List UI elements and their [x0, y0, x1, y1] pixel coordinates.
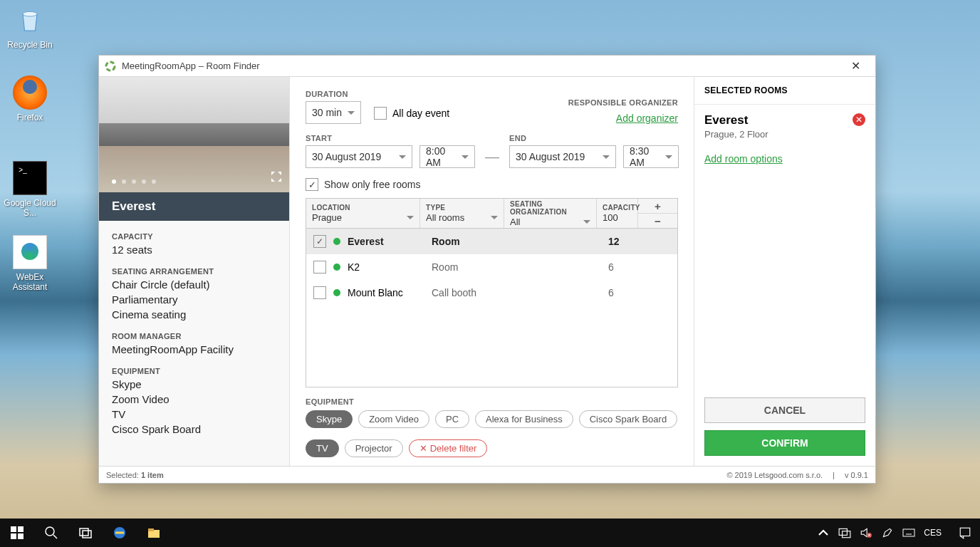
tray-language[interactable]: CES [924, 528, 942, 538]
tray-network-icon[interactable] [838, 526, 851, 539]
tray-chevron-up-icon[interactable] [817, 526, 830, 539]
type-filter[interactable]: All rooms [426, 212, 498, 223]
room-table-body: EverestRoom12K2Room6Mount BlancCall boot… [306, 229, 677, 387]
table-row[interactable]: K2Room6 [306, 254, 677, 280]
equipment-chip[interactable]: Projector [345, 439, 403, 457]
terminal-icon [13, 161, 47, 195]
close-button[interactable]: ✕ [841, 56, 870, 76]
equipment-values: SkypeZoom VideoTVCisco Spark Board [112, 377, 276, 437]
desktop-icon-webex[interactable]: WebEx Assistant [3, 235, 57, 292]
svg-line-7 [53, 535, 57, 538]
desktop-icon-firefox[interactable]: Firefox [3, 75, 57, 123]
list-item: Chair Circle (default) [112, 277, 276, 292]
tray-keyboard-icon[interactable] [902, 526, 915, 539]
time-dash: — [482, 149, 502, 168]
equipment-chip[interactable]: TV [306, 439, 339, 457]
end-time-select[interactable]: 8:30 AM [623, 145, 679, 168]
capacity-filter[interactable]: 100 [603, 212, 632, 223]
desktop-icon-label: Firefox [3, 113, 57, 123]
row-checkbox[interactable] [313, 286, 326, 299]
th-seating-label: SEATING ORGANIZATION [510, 200, 590, 216]
capacity-plus-button[interactable]: + [638, 199, 677, 214]
responsible-label: RESPONSIBLE ORGANIZER [568, 98, 678, 107]
search-button[interactable] [34, 519, 68, 547]
taskbar-ie[interactable] [103, 519, 137, 547]
selected-room-item: Everest Prague, 2 Floor ✕ [694, 105, 875, 148]
svg-rect-14 [843, 531, 850, 538]
row-checkbox[interactable] [313, 261, 326, 274]
desktop-icon-label: Google Cloud S... [3, 198, 57, 218]
svg-rect-8 [80, 528, 88, 536]
task-view-button[interactable] [68, 519, 103, 547]
list-item: TV [112, 407, 276, 422]
app-window: MeetingRoomApp – Room Finder ✕ Everest C… [98, 55, 876, 484]
table-row[interactable]: EverestRoom12 [306, 229, 677, 254]
desktop-icon-recycle-bin[interactable]: Recycle Bin [3, 3, 57, 50]
allday-checkbox[interactable]: All day event [374, 107, 449, 120]
seating-label: SEATING ARRANGEMENT [112, 267, 276, 276]
equipment-chip[interactable]: Zoom Video [358, 410, 429, 428]
room-preview-panel: Everest CAPACITY 12 seats SEATING ARRANG… [99, 77, 290, 466]
expand-photo-icon[interactable] [271, 171, 282, 185]
th-type-label: TYPE [426, 204, 498, 212]
location-filter[interactable]: Prague [312, 212, 414, 223]
equipment-chip[interactable]: Alexa for Business [475, 410, 573, 428]
tray-pen-icon[interactable] [881, 526, 894, 539]
equipment-chip[interactable]: Skype [306, 410, 353, 428]
show-free-checkbox[interactable]: Show only free rooms [306, 178, 678, 191]
svg-rect-5 [18, 533, 24, 539]
seating-filter[interactable]: All [510, 217, 590, 227]
copyright: © 2019 Letsgood.com s.r.o. [726, 471, 823, 479]
equipment-chip[interactable]: Cisco Spark Board [579, 410, 677, 428]
th-capacity-label: CAPACITY [603, 204, 632, 212]
desktop-icon-google-cloud[interactable]: Google Cloud S... [3, 161, 57, 218]
capacity-value: 12 seats [112, 242, 276, 257]
selected-rooms-panel: SELECTED ROOMS Everest Prague, 2 Floor ✕… [694, 77, 875, 466]
desktop-icon-label: WebEx Assistant [3, 272, 57, 292]
start-date-select[interactable]: 30 August 2019 [306, 145, 412, 168]
tray-notifications-icon[interactable] [959, 526, 971, 539]
photo-pagination-dots[interactable] [112, 179, 156, 184]
capacity-minus-button[interactable]: − [638, 214, 677, 228]
taskbar: CES [0, 519, 980, 547]
remove-room-button[interactable]: ✕ [853, 113, 865, 126]
svg-point-6 [46, 527, 54, 536]
equipment-label: EQUIPMENT [112, 367, 276, 375]
table-row[interactable]: Mount BlancCall booth6 [306, 280, 677, 306]
confirm-button[interactable]: CONFIRM [704, 430, 865, 456]
delete-filter-button[interactable]: ✕ Delete filter [409, 439, 488, 457]
status-dot-icon [333, 238, 340, 245]
svg-rect-13 [839, 528, 847, 535]
svg-rect-3 [18, 526, 24, 532]
row-name: Everest [348, 236, 432, 247]
cancel-button[interactable]: CANCEL [704, 397, 865, 423]
checkbox-icon [374, 107, 387, 120]
equipment-chip[interactable]: PC [435, 410, 469, 428]
row-capacity: 6 [608, 261, 637, 273]
svg-rect-2 [11, 526, 16, 532]
list-item: Cinema seating [112, 307, 276, 322]
manager-label: ROOM MANAGER [112, 332, 276, 340]
close-icon: ✕ [419, 443, 427, 454]
search-panel: DURATION 30 min All day event RESPONSIBL… [290, 77, 694, 466]
duration-select[interactable]: 30 min [306, 101, 361, 124]
add-room-options-link[interactable]: Add room options [704, 153, 783, 165]
add-organizer-link[interactable]: Add organizer [568, 113, 678, 124]
taskbar-explorer[interactable] [137, 519, 171, 547]
app-icon [105, 61, 116, 72]
room-name-header: Everest [99, 192, 289, 221]
webex-icon [13, 235, 47, 269]
row-capacity: 12 [608, 236, 637, 247]
svg-rect-16 [903, 529, 914, 536]
row-checkbox[interactable] [313, 235, 326, 248]
start-time-select[interactable]: 8:00 AM [419, 145, 475, 168]
start-label: START [306, 134, 475, 142]
checkbox-icon [306, 178, 318, 191]
start-button[interactable] [0, 519, 34, 547]
selected-room-location: Prague, 2 Floor [704, 129, 865, 140]
tray-volume-muted-icon[interactable] [860, 526, 872, 539]
svg-point-1 [106, 62, 115, 71]
end-date-select[interactable]: 30 August 2019 [509, 145, 616, 168]
room-photo[interactable] [99, 77, 289, 192]
recycle-bin-icon [13, 3, 47, 37]
